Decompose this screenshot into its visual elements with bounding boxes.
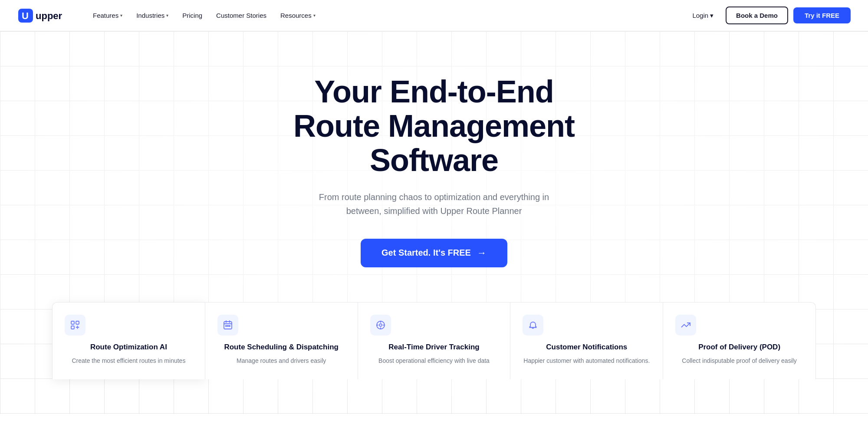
route-scheduling-icon (217, 315, 238, 335)
svg-rect-4 (76, 321, 79, 324)
driver-tracking-description: Boost operational efficiency with live d… (370, 356, 498, 365)
svg-text:U: U (22, 10, 29, 21)
driver-tracking-icon (370, 315, 391, 335)
proof-of-delivery-description: Collect indisputable proof of delivery e… (675, 356, 803, 365)
nav-industries[interactable]: Industries ▾ (130, 8, 174, 23)
svg-point-11 (379, 324, 382, 326)
book-demo-button[interactable]: Book a Demo (726, 7, 788, 24)
chevron-down-icon: ▾ (166, 13, 168, 18)
nav-pricing[interactable]: Pricing (176, 8, 208, 23)
svg-rect-3 (71, 321, 74, 324)
feature-card-customer-notifications[interactable]: Customer Notifications Happier customer … (510, 302, 663, 379)
chevron-down-icon: ▾ (710, 12, 713, 20)
route-optimization-title: Route Optimization AI (65, 342, 193, 352)
nav-customer-stories[interactable]: Customer Stories (210, 8, 273, 23)
logo[interactable]: U upper (17, 7, 69, 24)
driver-tracking-title: Real-Time Driver Tracking (370, 342, 498, 352)
feature-card-route-scheduling[interactable]: Route Scheduling & Dispatching Manage ro… (205, 302, 358, 379)
customer-notifications-title: Customer Notifications (523, 342, 651, 352)
feature-cards: Route Optimization AI Create the most ef… (17, 302, 851, 379)
chevron-down-icon: ▾ (313, 13, 316, 18)
customer-notifications-icon (523, 315, 543, 335)
svg-point-8 (227, 325, 228, 326)
route-optimization-icon (65, 315, 85, 335)
nav-features[interactable]: Features ▾ (87, 8, 128, 23)
feature-card-proof-of-delivery[interactable]: Proof of Delivery (POD) Collect indisput… (663, 302, 816, 379)
hero-section: Your End-to-End Route Management Softwar… (0, 31, 868, 414)
nav-actions: Login ▾ Book a Demo Try it FREE (685, 7, 851, 24)
nav-links: Features ▾ Industries ▾ Pricing Customer… (87, 8, 685, 23)
svg-point-9 (229, 325, 230, 326)
feature-card-route-optimization[interactable]: Route Optimization AI Create the most ef… (52, 302, 205, 379)
customer-notifications-description: Happier customer with automated notifica… (523, 356, 651, 365)
nav-resources[interactable]: Resources ▾ (274, 8, 322, 23)
navbar: U upper Features ▾ Industries ▾ Pricing … (0, 0, 868, 31)
svg-text:upper: upper (36, 10, 62, 21)
svg-point-7 (226, 325, 227, 326)
proof-of-delivery-title: Proof of Delivery (POD) (675, 342, 803, 352)
hero-title: Your End-to-End Route Management Softwar… (239, 75, 629, 178)
route-scheduling-description: Manage routes and drivers easily (217, 356, 345, 365)
login-button[interactable]: Login ▾ (685, 8, 720, 23)
proof-of-delivery-icon (675, 315, 696, 335)
get-started-button[interactable]: Get Started. It's FREE → (361, 239, 507, 267)
arrow-right-icon: → (477, 247, 487, 259)
try-free-button[interactable]: Try it FREE (793, 7, 851, 23)
feature-card-driver-tracking[interactable]: Real-Time Driver Tracking Boost operatio… (358, 302, 511, 379)
svg-rect-5 (71, 326, 74, 329)
route-optimization-description: Create the most efficient routes in minu… (65, 356, 193, 365)
hero-subtitle: From route planning chaos to optimizatio… (304, 190, 564, 218)
route-scheduling-title: Route Scheduling & Dispatching (217, 342, 345, 352)
chevron-down-icon: ▾ (120, 13, 122, 18)
